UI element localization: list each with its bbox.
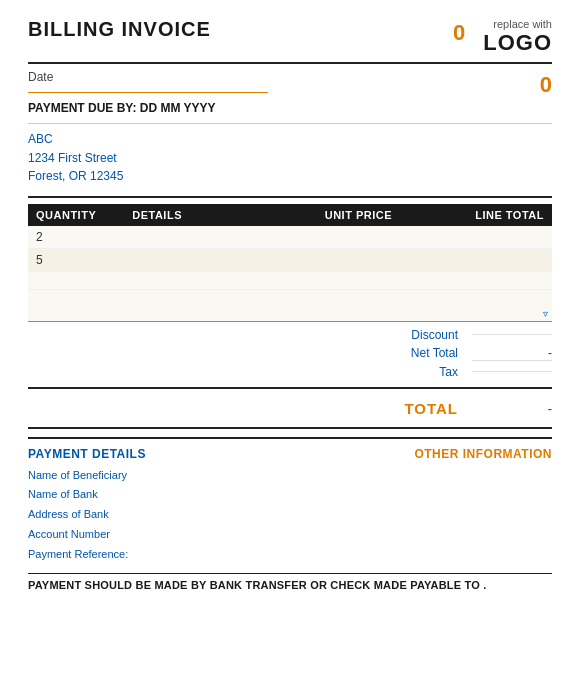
header: BILLING INVOICE 0 replace with LOGO	[28, 18, 552, 56]
row1-unit	[317, 226, 445, 249]
net-total-label: Net Total	[352, 346, 472, 360]
row2-total	[445, 248, 552, 271]
tax-label: Tax	[352, 365, 472, 379]
date-invoice-id: 0	[540, 72, 552, 98]
discount-row: Discount	[28, 326, 552, 344]
table-row: 5	[28, 248, 552, 271]
date-row: Date 0	[28, 70, 552, 99]
invoice-page: BILLING INVOICE 0 replace with LOGO Date…	[0, 0, 580, 680]
row1-qty: 2	[28, 226, 124, 249]
net-total-value: -	[472, 346, 552, 361]
address-company: ABC	[28, 130, 552, 149]
row3-total	[445, 271, 552, 289]
footer: PAYMENT SHOULD BE MADE BY BANK TRANSFER …	[28, 573, 552, 591]
field-payment-reference: Payment Reference:	[28, 545, 552, 564]
net-total-row: Net Total -	[28, 344, 552, 363]
invoice-table: QUANTITY DETAILS UNIT PRICE LINE TOTAL 2…	[28, 204, 552, 322]
invoice-title: BILLING INVOICE	[28, 18, 211, 41]
row2-details	[124, 248, 316, 271]
logo-small-text: replace with	[483, 18, 552, 30]
bottom-header: PAYMENT DETAILS OTHER INFORMATION	[28, 447, 552, 461]
payment-due: PAYMENT DUE BY: DD MM YYYY	[28, 101, 552, 115]
col-details: DETAILS	[124, 204, 316, 226]
tax-value	[472, 371, 552, 372]
other-info-title: OTHER INFORMATION	[414, 447, 552, 461]
payment-fields: Name of Beneficiary Name of Bank Address…	[28, 466, 552, 563]
address-street: 1234 First Street	[28, 149, 552, 168]
table-top-divider	[28, 196, 552, 198]
footer-text: PAYMENT SHOULD BE MADE BY BANK TRANSFER …	[28, 579, 552, 591]
row2-qty: 5	[28, 248, 124, 271]
row3-qty	[28, 271, 124, 289]
col-unit-price: UNIT PRICE	[317, 204, 445, 226]
total-row: TOTAL -	[28, 395, 552, 421]
logo-area: replace with LOGO	[483, 18, 552, 56]
payment-details-title: PAYMENT DETAILS	[28, 447, 146, 461]
table-header-row: QUANTITY DETAILS UNIT PRICE LINE TOTAL	[28, 204, 552, 226]
table-row	[28, 271, 552, 289]
total-value: -	[472, 401, 552, 416]
address-city: Forest, OR 12345	[28, 167, 552, 186]
date-label: Date	[28, 70, 268, 84]
date-underline	[28, 92, 268, 93]
address-divider-top	[28, 123, 552, 124]
total-divider	[28, 387, 552, 389]
field-beneficiary: Name of Beneficiary	[28, 466, 552, 485]
row1-total	[445, 226, 552, 249]
row2-unit	[317, 248, 445, 271]
bottom-section: PAYMENT DETAILS OTHER INFORMATION Name o…	[28, 437, 552, 563]
discount-label: Discount	[352, 328, 472, 342]
row4-note: ▿	[28, 289, 552, 321]
tax-row: Tax	[28, 363, 552, 381]
address-section: ABC 1234 First Street Forest, OR 12345	[28, 130, 552, 186]
col-quantity: QUANTITY	[28, 204, 124, 226]
logo-big-text: LOGO	[483, 30, 552, 56]
row3-details	[124, 271, 316, 289]
table-row: 2	[28, 226, 552, 249]
table-row: ▿	[28, 289, 552, 321]
total-bottom-divider	[28, 427, 552, 429]
discount-value	[472, 334, 552, 335]
total-label: TOTAL	[352, 400, 472, 417]
subtotals-section: Discount Net Total - Tax	[28, 326, 552, 381]
invoice-number: 0	[453, 20, 465, 46]
header-right: 0 replace with LOGO	[453, 18, 552, 56]
header-divider	[28, 62, 552, 64]
row1-details	[124, 226, 316, 249]
field-bank-address: Address of Bank	[28, 505, 552, 524]
field-bank-name: Name of Bank	[28, 485, 552, 504]
row3-unit	[317, 271, 445, 289]
col-line-total: LINE TOTAL	[445, 204, 552, 226]
date-section: Date	[28, 70, 268, 99]
field-account-number: Account Number	[28, 525, 552, 544]
